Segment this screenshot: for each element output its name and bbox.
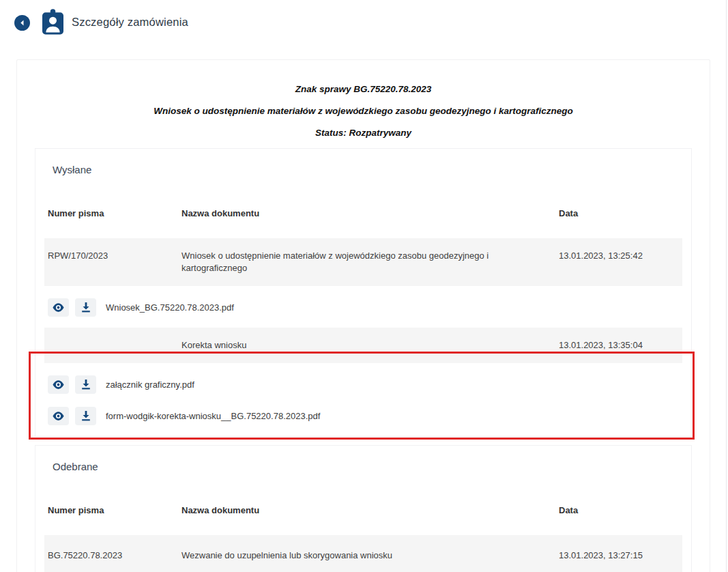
attachment-row: form-wodgik-korekta-wniosku__BG.75220.78… [44, 403, 682, 429]
top-bar: Szczegóły zamówienia [0, 0, 728, 45]
cell-name: Korekta wniosku [178, 339, 555, 352]
order-details-card: Znak sprawy BG.75220.78.2023 Wniosek o u… [16, 59, 710, 572]
download-icon [81, 302, 91, 313]
cell-number: BG.75220.78.2023 [44, 549, 178, 562]
preview-button[interactable] [48, 298, 69, 317]
attachment-filename: form-wodgik-korekta-wniosku__BG.75220.78… [106, 411, 320, 421]
back-button[interactable] [14, 15, 30, 31]
cell-name: Wniosek o udostępnienie materiałów z woj… [178, 250, 555, 274]
cell-date: 13.01.2023, 13:35:04 [555, 339, 682, 352]
eye-icon [53, 303, 64, 312]
chevron-left-icon [18, 19, 26, 27]
page-title: Szczegóły zamówienia [72, 16, 188, 29]
download-button[interactable] [75, 407, 96, 425]
cell-number: RPW/170/2023 [44, 250, 178, 274]
column-header-name: Nazwa dokumentu [178, 506, 555, 515]
column-header-date: Data [555, 506, 682, 515]
download-button[interactable] [75, 375, 96, 394]
received-section-title: Odebrane [53, 461, 682, 473]
preview-button[interactable] [48, 375, 69, 394]
id-badge-icon [42, 8, 63, 38]
attachment-filename: Wniosek_BG.75220.78.2023.pdf [106, 302, 234, 313]
attachment-row: załącznik graficzny.pdf [44, 371, 682, 398]
column-header-date: Data [555, 209, 682, 218]
case-number-line: Znak sprawy BG.75220.78.2023 [17, 83, 710, 96]
order-details-page: Szczegóły zamówienia Znak sprawy BG.7522… [0, 0, 728, 572]
cell-name: Wezwanie do uzupelnienia lub skorygowani… [178, 549, 555, 562]
sent-table-header: Numer pisma Nazwa dokumentu Data [44, 201, 682, 238]
column-header-number: Numer pisma [44, 506, 178, 515]
sent-section: Wysłane Numer pisma Nazwa dokumentu Data… [35, 148, 692, 437]
eye-icon [53, 412, 64, 420]
cell-date: 13.01.2023, 13:25:42 [555, 250, 682, 274]
table-row: BG.75220.78.2023 Wezwanie do uzupelnieni… [44, 535, 682, 572]
preview-button[interactable] [48, 407, 69, 425]
case-subject-line: Wniosek o udostępnienie materiałów z woj… [17, 104, 710, 117]
case-summary: Znak sprawy BG.75220.78.2023 Wniosek o u… [17, 60, 710, 139]
table-row: RPW/170/2023 Wniosek o udostępnienie mat… [44, 238, 682, 286]
sent-section-title: Wysłane [53, 164, 682, 176]
scrollbar-track[interactable] [726, 0, 727, 572]
column-header-number: Numer pisma [44, 209, 178, 218]
column-header-name: Nazwa dokumentu [178, 209, 555, 218]
received-section: Odebrane Numer pisma Nazwa dokumentu Dat… [35, 445, 692, 572]
cell-date: 13.01.2023, 13:27:15 [555, 549, 682, 562]
eye-icon [53, 380, 64, 389]
cell-number [44, 339, 178, 352]
received-table-header: Numer pisma Nazwa dokumentu Data [44, 498, 682, 535]
attachment-filename: załącznik graficzny.pdf [106, 380, 194, 390]
case-status-line: Status: Rozpatrywany [17, 126, 710, 139]
download-icon [81, 380, 91, 390]
download-icon [81, 411, 91, 421]
attachment-row: Wniosek_BG.75220.78.2023.pdf [44, 294, 682, 321]
table-row: Korekta wniosku 13.01.2023, 13:35:04 [44, 328, 682, 363]
download-button[interactable] [75, 298, 96, 317]
